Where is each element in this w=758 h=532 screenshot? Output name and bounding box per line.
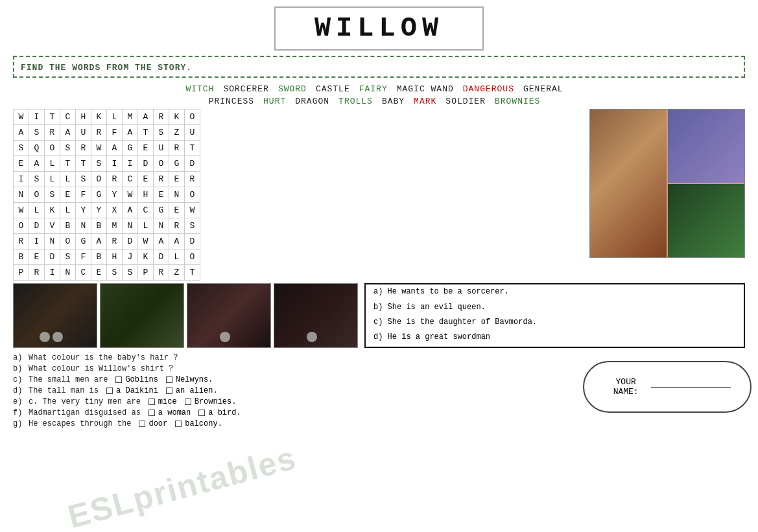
grid-cell: A — [60, 125, 76, 141]
grid-cell: T — [60, 156, 76, 172]
grid-cell: R — [185, 172, 200, 187]
word-item: GENERAL — [523, 84, 563, 94]
grid-cell: D — [185, 156, 200, 172]
grid-cell: W — [14, 203, 29, 218]
grid-cell: A — [138, 110, 154, 125]
film-still-1 — [13, 283, 97, 348]
grid-cell: A — [14, 125, 29, 141]
grid-cell: D — [154, 249, 169, 265]
grid-cell: E — [14, 156, 29, 172]
question-text: Madmartigan disguised as — [29, 408, 141, 417]
question-option[interactable]: an alien. — [166, 386, 218, 395]
question-option[interactable]: Nelwyns. — [166, 375, 213, 384]
grid-cell: R — [154, 172, 169, 187]
name-label: YOUR NAME: — [604, 377, 648, 397]
grid-cell: N — [123, 218, 138, 234]
grid-cell: G — [76, 234, 91, 249]
question-option[interactable]: a woman — [148, 408, 191, 417]
word-item: SORCERER — [223, 84, 268, 94]
wordsearch-table: WITCHKLMARKOASRAURFATSZUSQOSRWAGEURTEALT… — [13, 109, 200, 281]
grid-cell: G — [123, 141, 138, 156]
instructions-text: FIND THE WORDS FROM THE STORY. — [21, 63, 192, 73]
word-item: DRAGON — [295, 97, 329, 106]
grid-cell: M — [123, 110, 138, 125]
question-row: d)The tall man isa Daikinian alien. — [13, 386, 551, 395]
grid-cell: R — [14, 234, 29, 249]
word-item: DANGEROUS — [463, 84, 514, 94]
word-item: BROWNIES — [495, 97, 540, 106]
question-option[interactable]: Goblins — [115, 375, 158, 384]
question-label: c) — [13, 375, 29, 384]
grid-cell: I — [29, 110, 45, 125]
photo-top-right — [668, 110, 744, 183]
question-option[interactable]: a Daikini — [106, 386, 158, 395]
grid-cell: L — [29, 203, 45, 218]
question-label: g) — [13, 419, 29, 428]
question-option[interactable]: a bird. — [198, 408, 241, 417]
char-desc-item: b) She is an evil queen. — [373, 301, 736, 314]
grid-cell: O — [185, 187, 200, 203]
grid-cell: N — [169, 187, 185, 203]
checkbox[interactable] — [139, 421, 145, 427]
grid-cell: L — [107, 110, 123, 125]
checkbox[interactable] — [175, 421, 182, 427]
checkbox[interactable] — [166, 376, 172, 383]
question-row: c)The small men areGoblinsNelwyns. — [13, 375, 551, 384]
checkbox[interactable] — [198, 410, 205, 416]
grid-cell: S — [29, 172, 45, 187]
grid-cell: I — [107, 156, 123, 172]
checkbox[interactable] — [148, 410, 155, 416]
grid-cell: C — [76, 265, 91, 281]
question-label: b) — [13, 364, 29, 373]
grid-cell: I — [45, 265, 60, 281]
checkbox[interactable] — [148, 399, 155, 405]
grid-cell: F — [76, 187, 91, 203]
questions-section: a)What colour is the baby's hair ?b)What… — [13, 353, 551, 428]
checkbox[interactable] — [166, 387, 172, 394]
grid-cell: P — [138, 265, 154, 281]
option-text: door — [148, 419, 167, 428]
grid-cell: L — [45, 156, 60, 172]
grid-cell: D — [45, 249, 60, 265]
question-option[interactable]: balcony. — [175, 419, 222, 428]
grid-cell: S — [154, 125, 169, 141]
grid-cell: U — [154, 141, 169, 156]
grid-cell: Q — [29, 141, 45, 156]
dot-2 — [53, 332, 63, 342]
grid-cell: T — [76, 156, 91, 172]
grid-cell: C — [138, 203, 154, 218]
question-option[interactable]: door — [139, 419, 167, 428]
checkbox[interactable] — [115, 376, 122, 383]
grid-cell: E — [169, 203, 185, 218]
grid-cell: T — [138, 125, 154, 141]
dot-3 — [220, 332, 230, 342]
grid-cell: R — [91, 125, 107, 141]
checkbox[interactable] — [106, 387, 113, 394]
question-option[interactable]: mice — [148, 397, 177, 406]
grid-cell: I — [123, 156, 138, 172]
grid-cell: X — [107, 203, 123, 218]
question-text: c. The very tiny men are — [29, 397, 141, 406]
question-row: b)What colour is Willow's shirt ? — [13, 364, 551, 373]
grid-cell: S — [60, 249, 76, 265]
question-label: a) — [13, 353, 29, 362]
grid-cell: N — [14, 187, 29, 203]
question-label: e) — [13, 397, 29, 406]
film-still-4 — [274, 283, 358, 348]
grid-cell: A — [91, 234, 107, 249]
watermark: ESLprintables — [64, 439, 301, 532]
word-item: PRINCESS — [209, 97, 254, 106]
grid-cell: K — [138, 249, 154, 265]
grid-cell: R — [76, 141, 91, 156]
grid-cell: S — [14, 141, 29, 156]
grid-cell: W — [91, 141, 107, 156]
photo-mid-right — [668, 184, 744, 257]
question-option[interactable]: Brownies. — [185, 397, 237, 406]
question-row: a)What colour is the baby's hair ? — [13, 353, 551, 362]
grid-cell: L — [169, 249, 185, 265]
grid-cell: T — [45, 110, 60, 125]
grid-cell: R — [107, 172, 123, 187]
grid-cell: B — [91, 249, 107, 265]
grid-cell: B — [60, 218, 76, 234]
checkbox[interactable] — [185, 399, 191, 405]
